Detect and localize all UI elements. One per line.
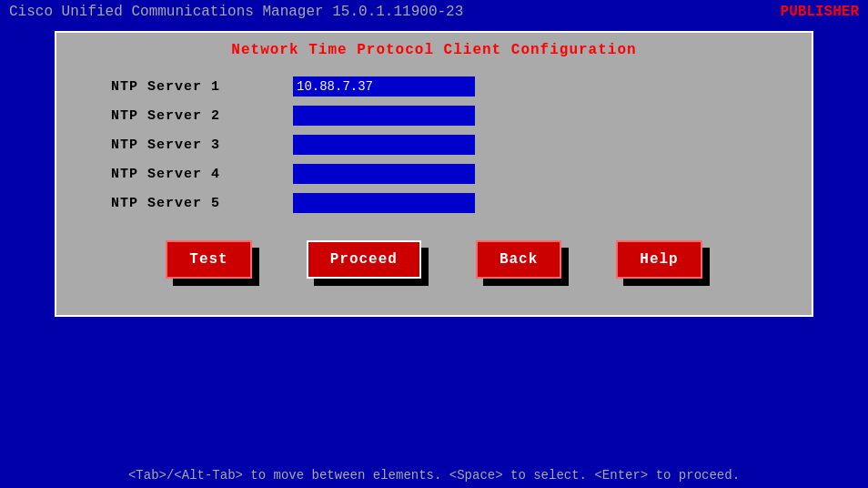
ntp-row-2: NTP Server 2 [75,106,793,126]
back-button-wrapper: Back [476,240,561,279]
buttons-area: TestProceedBackHelp [75,240,793,288]
proceed-button[interactable]: Proceed [307,240,421,279]
help-button-wrapper: Help [616,240,701,279]
ntp-row-1: NTP Server 1 [75,76,793,97]
proceed-button-wrapper: Proceed [307,240,421,279]
help-button[interactable]: Help [616,240,701,279]
top-bar: Cisco Unified Communications Manager 15.… [0,0,868,24]
ntp-input-2[interactable] [293,106,475,126]
app-title: Cisco Unified Communications Manager 15.… [9,4,463,20]
test-button-wrapper: Test [166,240,251,279]
ntp-label-4: NTP Server 4 [111,167,293,182]
ntp-label-1: NTP Server 1 [111,79,293,95]
main-panel: Network Time Protocol Client Configurati… [55,31,813,317]
ntp-fields: NTP Server 1NTP Server 2NTP Server 3NTP … [75,76,793,213]
ntp-label-5: NTP Server 5 [111,196,293,211]
back-button[interactable]: Back [476,240,561,279]
ntp-label-3: NTP Server 3 [111,137,293,153]
panel-title: Network Time Protocol Client Configurati… [75,42,793,58]
ntp-input-1[interactable] [293,76,475,97]
ntp-row-5: NTP Server 5 [75,193,793,213]
publisher-label: PUBLISHER [781,4,859,20]
ntp-input-5[interactable] [293,193,475,213]
ntp-row-3: NTP Server 3 [75,135,793,155]
status-bar: <Tab>/<Alt-Tab> to move between elements… [0,463,868,488]
ntp-row-4: NTP Server 4 [75,164,793,184]
ntp-input-3[interactable] [293,135,475,155]
ntp-input-4[interactable] [293,164,475,184]
test-button[interactable]: Test [166,240,251,279]
status-text: <Tab>/<Alt-Tab> to move between elements… [128,468,740,483]
ntp-label-2: NTP Server 2 [111,108,293,124]
